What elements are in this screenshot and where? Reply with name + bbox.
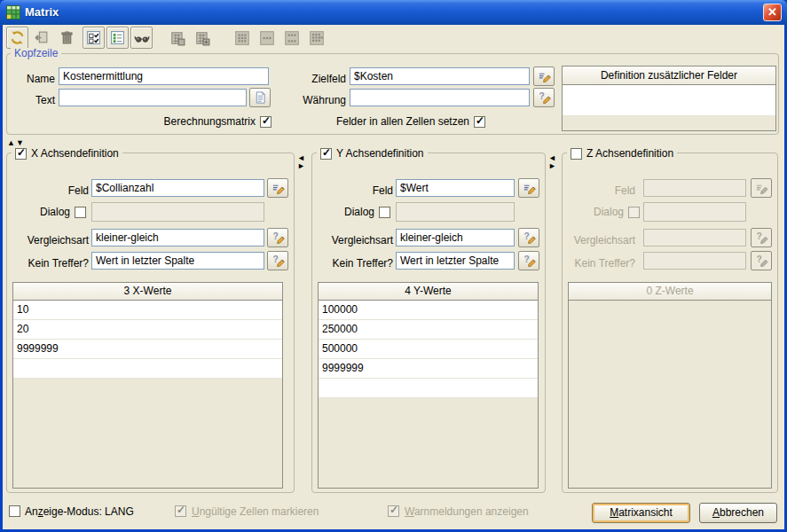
y-vergleichsart-label: Vergleichsart — [311, 231, 393, 249]
z-kein-treffer-label: Kein Treffer? — [554, 254, 635, 272]
y-z-splitter-arrows[interactable]: ◄ ► — [548, 154, 556, 170]
grid-dots-1-button[interactable] — [231, 27, 253, 49]
svg-text:?: ? — [272, 231, 278, 241]
ungueltige-zellen-checkbox — [175, 505, 186, 517]
expand-right-icon[interactable]: ► — [297, 162, 305, 170]
preview-button[interactable] — [130, 27, 153, 49]
svg-text:?: ? — [539, 91, 544, 101]
title-bar[interactable]: Matrix ✕ — [0, 0, 787, 25]
matrixansicht-button[interactable]: Matrixansicht — [592, 503, 690, 523]
x-value-row[interactable]: 20 — [13, 320, 282, 340]
z-dialog-input — [643, 202, 746, 222]
grid-dots-4-button[interactable] — [305, 27, 327, 49]
x-feld-input[interactable]: $Collianzahl — [91, 179, 264, 197]
text-input[interactable] — [59, 89, 247, 106]
zielfeld-input[interactable]: $Kosten — [350, 67, 530, 85]
felder-setzen-checkbox[interactable] — [474, 116, 485, 128]
y-axis-checkbox[interactable] — [320, 148, 332, 160]
expand-right-icon[interactable]: ► — [548, 162, 556, 170]
x-dialog-input — [91, 202, 264, 222]
x-vergleichsart-select-button[interactable]: ? — [267, 228, 288, 247]
x-value-row[interactable]: 9999999 — [13, 340, 282, 359]
copy-matrix-1-button[interactable] — [166, 27, 188, 49]
y-kein-treffer-input[interactable]: Wert in letzter Spalte — [396, 252, 515, 270]
refresh-button[interactable] — [6, 27, 28, 49]
list-view-button[interactable] — [106, 27, 129, 49]
x-feld-formula-button[interactable] — [267, 178, 288, 198]
question-wand-disabled-icon: ? — [755, 254, 768, 268]
y-dialog-label: Dialog — [344, 206, 374, 218]
grid-dots-3-button[interactable] — [280, 27, 303, 49]
waehrung-label: Währung — [289, 91, 346, 109]
y-value-row[interactable]: 9999999 — [319, 359, 538, 379]
close-button[interactable]: ✕ — [763, 4, 782, 21]
zielfeld-formula-button[interactable] — [533, 66, 555, 86]
y-vergleichsart-select-button[interactable]: ? — [518, 228, 539, 247]
grid-dots-2-button[interactable] — [256, 27, 278, 49]
z-feld-input — [643, 179, 746, 197]
y-dialog-input — [396, 202, 515, 222]
grid-dots-icon — [234, 30, 250, 46]
y-value-row[interactable]: 100000 — [319, 301, 538, 320]
z-feld-label: Feld — [564, 182, 635, 200]
y-values-table[interactable]: 4 Y-Werte 100000 250000 500000 9999999 — [318, 282, 539, 489]
z-kein-treffer-select-button: ? — [751, 251, 772, 270]
svg-text:?: ? — [523, 231, 529, 241]
x-values-table[interactable]: 3 X-Werte 10 20 9999999 — [12, 282, 283, 489]
svg-text:?: ? — [272, 254, 278, 264]
y-value-empty-row[interactable] — [319, 379, 538, 398]
z-dialog-row: Dialog — [568, 203, 640, 221]
checklist-icon — [86, 30, 101, 45]
question-wand-icon: ? — [538, 91, 551, 105]
zielfeld-label: Zielfeld — [289, 70, 346, 88]
matrix-dialog: Matrix ✕ — [0, 0, 787, 532]
anzeige-modus-checkbox[interactable] — [9, 505, 20, 517]
x-vergleichsart-input[interactable]: kleiner-gleich — [91, 229, 264, 246]
svg-text:?: ? — [756, 254, 761, 264]
list-view-icon — [110, 30, 125, 45]
x-dialog-checkbox[interactable] — [75, 207, 86, 218]
copy-matrix-alt-icon — [194, 30, 210, 46]
z-vergleichsart-input — [643, 229, 746, 246]
grid-dots-dense-icon — [309, 30, 325, 46]
y-dialog-checkbox[interactable] — [379, 207, 390, 218]
y-value-row[interactable]: 500000 — [319, 340, 538, 359]
y-value-row[interactable]: 250000 — [319, 320, 538, 340]
x-axis-checkbox[interactable] — [15, 148, 27, 160]
y-axis-legend: Y Achsendefinition — [317, 147, 428, 160]
name-input[interactable]: Kostenermittlung — [59, 67, 269, 85]
warnmeldungen-label: Warnmeldungen anzeigen — [405, 505, 529, 518]
y-feld-input[interactable]: $Wert — [396, 179, 515, 197]
trash-icon — [59, 30, 75, 45]
import-button[interactable] — [31, 27, 53, 49]
y-vergleichsart-input[interactable]: kleiner-gleich — [396, 229, 515, 246]
y-kein-treffer-select-button[interactable]: ? — [518, 251, 539, 270]
question-wand-icon: ? — [272, 231, 285, 245]
x-dialog-row: Dialog — [18, 203, 86, 221]
x-y-splitter-arrows[interactable]: ◄ ► — [297, 154, 305, 170]
waehrung-select-button[interactable]: ? — [533, 88, 555, 107]
grid-dots-rows-icon — [284, 30, 300, 46]
waehrung-input[interactable] — [350, 89, 530, 106]
z-axis-checkbox[interactable] — [571, 148, 582, 160]
x-kein-treffer-select-button[interactable]: ? — [267, 251, 288, 270]
y-feld-formula-button[interactable] — [518, 178, 539, 198]
x-axis-legend: X Achsendefinition — [12, 147, 122, 160]
zusatzfelder-empty-row[interactable] — [563, 85, 775, 116]
zusatzfelder-panel[interactable]: Definition zusätzlicher Felder — [562, 66, 776, 131]
x-dialog-label: Dialog — [40, 206, 70, 218]
z-vergleichsart-select-button: ? — [751, 228, 772, 247]
x-kein-treffer-input[interactable]: Wert in letzter Spalte — [91, 252, 264, 270]
berechnungsmatrix-checkbox[interactable] — [260, 116, 272, 128]
copy-matrix-2-button[interactable] — [191, 27, 213, 49]
z-kein-treffer-input — [643, 252, 746, 270]
question-wand-icon: ? — [272, 254, 285, 268]
x-value-row[interactable]: 10 — [13, 301, 282, 320]
x-value-empty-row[interactable] — [13, 359, 282, 379]
abbrechen-button[interactable]: Abbrechen — [699, 503, 777, 523]
text-editor-button[interactable] — [249, 88, 271, 107]
checklist-button[interactable] — [83, 27, 105, 49]
y-kein-treffer-label: Kein Treffer? — [311, 254, 393, 272]
delete-button[interactable] — [56, 27, 78, 49]
y-values-header: 4 Y-Werte — [319, 283, 538, 301]
